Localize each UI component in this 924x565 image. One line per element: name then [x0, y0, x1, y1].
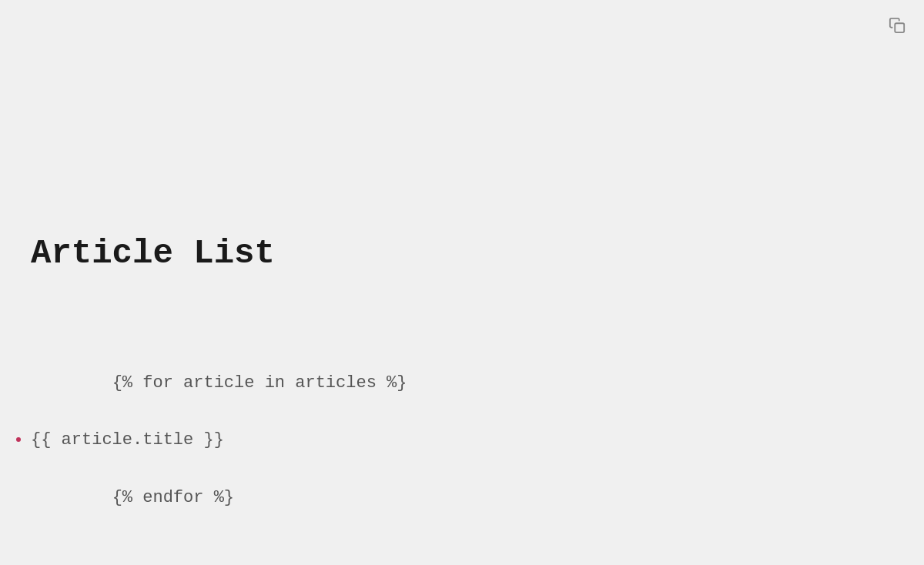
copy-button[interactable]	[886, 14, 909, 41]
template-span: {{ article.title }}	[31, 430, 224, 450]
code-block: </span><span style="color:#1a1a1a; font-…	[31, 23, 893, 565]
template-span: {% endfor %}	[112, 488, 234, 507]
text-span: Article List	[31, 234, 275, 272]
svg-rect-0	[895, 23, 904, 32]
tag-span: {{ article.title }}	[31, 426, 893, 454]
tag-span: Article List	[31, 225, 893, 282]
tag-span: {% for article in articles %} {{ article…	[31, 339, 893, 541]
code-container: </span><span style="color:#1a1a1a; font-…	[0, 0, 924, 565]
template-span: {% for article in articles %}	[112, 373, 407, 393]
